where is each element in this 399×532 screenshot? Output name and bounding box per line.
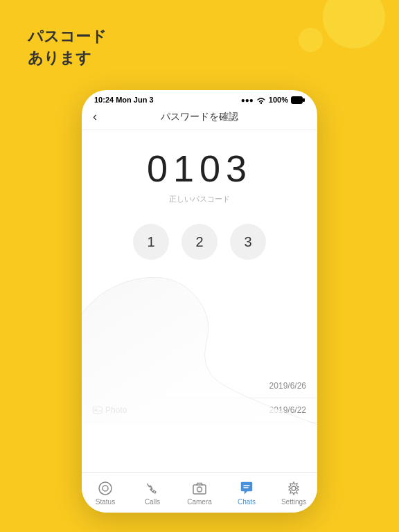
back-button[interactable]: ‹ — [93, 109, 97, 124]
phone-mockup: 10:24 Mon Jun 3 ●●● 100% ‹ パスワードを確認 0103… — [82, 90, 317, 513]
bg-blob-large — [323, 0, 385, 48]
chat-date-2: 2019/6/22 — [269, 405, 306, 415]
svg-rect-2 — [303, 98, 305, 102]
svg-point-8 — [197, 487, 202, 492]
calls-tab-icon — [145, 481, 160, 496]
header-line1: パスコード — [28, 26, 107, 48]
nav-bar: ‹ パスワードを確認 — [82, 107, 317, 130]
status-tab-icon — [98, 481, 113, 496]
tab-item-calls[interactable]: Calls — [129, 481, 176, 506]
chats-tab-icon — [239, 481, 254, 496]
header-line2: あります — [28, 48, 107, 69]
tab-item-status[interactable]: Status — [82, 481, 129, 506]
num-btn-2[interactable]: 2 — [181, 224, 218, 260]
status-bar: 10:24 Mon Jun 3 ●●● 100% — [82, 90, 317, 107]
nav-title: パスワードを確認 — [161, 111, 238, 123]
tab-bar: Status Calls Camera — [82, 472, 317, 513]
svg-point-5 — [99, 482, 112, 495]
numpad-row: 1 2 3 — [133, 224, 266, 260]
battery-icon — [291, 96, 305, 104]
chat-list: 2019/6/26 Photo 2019/6/22 — [82, 374, 317, 423]
svg-rect-1 — [292, 96, 303, 103]
chat-item-2: Photo 2019/6/22 — [82, 398, 317, 423]
svg-rect-7 — [193, 485, 206, 494]
chat-item-1: 2019/6/26 — [82, 374, 317, 398]
chats-tab-label: Chats — [238, 498, 256, 506]
passcode-hint: 正しいパスコード — [169, 194, 230, 204]
camera-tab-icon — [192, 481, 207, 496]
camera-tab-label: Camera — [187, 498, 212, 506]
status-time: 10:24 Mon Jun 3 — [94, 96, 154, 104]
num-btn-1[interactable]: 1 — [133, 224, 169, 260]
signal-icon: ●●● — [241, 96, 254, 104]
svg-point-11 — [292, 486, 296, 490]
num-btn-3[interactable]: 3 — [230, 224, 266, 260]
chat-date-1: 2019/6/26 — [269, 381, 306, 391]
tab-item-chats[interactable]: Chats — [223, 481, 270, 506]
status-tab-label: Status — [96, 498, 115, 506]
tab-item-settings[interactable]: Settings — [270, 481, 317, 506]
photo-label: Photo — [93, 405, 127, 415]
bg-blob-small — [299, 28, 323, 52]
calls-tab-label: Calls — [145, 498, 160, 506]
status-bar-right: ●●● 100% — [241, 96, 305, 104]
header-text: パスコード あります — [28, 26, 107, 69]
wifi-icon — [256, 96, 266, 104]
svg-point-0 — [260, 102, 262, 103]
battery-text: 100% — [269, 96, 288, 104]
tab-item-camera[interactable]: Camera — [176, 481, 223, 506]
settings-tab-icon — [286, 481, 301, 496]
passcode-display: 0103 — [147, 147, 252, 190]
content-area: 0103 正しいパスコード 1 2 3 2019/6/26 Photo — [82, 130, 317, 463]
svg-point-6 — [103, 486, 108, 491]
settings-tab-label: Settings — [281, 498, 306, 506]
svg-rect-3 — [94, 407, 103, 414]
